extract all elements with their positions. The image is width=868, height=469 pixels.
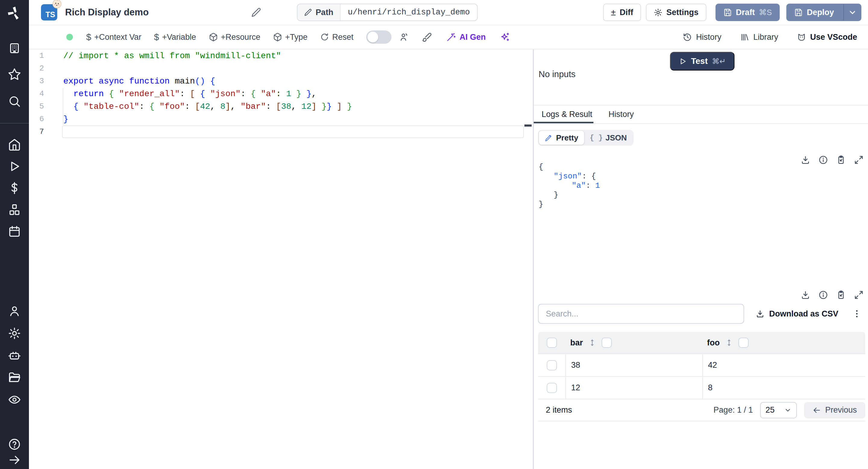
expand-icon[interactable] [854, 290, 864, 300]
braces-icon: { } [590, 134, 603, 142]
user-icon[interactable] [8, 305, 21, 318]
page-size-select[interactable]: 25 [760, 402, 797, 418]
add-variable-button[interactable]: $ +Variable [154, 32, 196, 42]
app-window: TS Rich Display demo Path u/henri/rich_d… [0, 0, 868, 469]
info-icon[interactable] [818, 155, 828, 165]
pretty-view-button[interactable]: Pretty [539, 131, 584, 145]
library-icon [740, 33, 749, 42]
gear-icon[interactable] [8, 327, 21, 340]
add-type-button[interactable]: +Type [273, 33, 307, 42]
eye-icon[interactable] [8, 393, 21, 406]
add-context-var-button[interactable]: $ +Context Var [86, 32, 141, 42]
edit-summary-pencil-icon[interactable] [251, 7, 261, 18]
select-all-cell [538, 338, 565, 348]
column-header-foo[interactable]: foo [702, 338, 865, 348]
format-brush-icon[interactable] [422, 32, 432, 42]
collaborators-icon[interactable] [399, 32, 410, 42]
sort-icon[interactable] [588, 339, 596, 347]
expand-icon[interactable] [854, 155, 864, 165]
code-line[interactable]: } [63, 113, 524, 125]
line-number: 6 [29, 113, 63, 125]
ai-gen-button[interactable]: AI Gen [446, 32, 486, 42]
table-header-row: bar foo [538, 332, 865, 353]
test-button[interactable]: Test ⌘↵ [670, 52, 735, 70]
top-header: TS Rich Display demo Path u/henri/rich_d… [29, 0, 868, 25]
dollar-icon[interactable] [8, 182, 21, 195]
line-number: 7 [29, 125, 63, 138]
json-view-button[interactable]: { } JSON [584, 133, 632, 143]
add-resource-button[interactable]: +Resource [209, 33, 260, 42]
home-icon[interactable] [8, 138, 21, 151]
result-tabs: Logs & Result History [534, 105, 868, 124]
editor-toolbar: $ +Context Var $ +Variable +Resource +Ty… [29, 25, 868, 50]
sort-icon[interactable] [725, 339, 733, 347]
checkbox[interactable] [547, 383, 557, 393]
page-indicator: Page: 1 / 1 [713, 405, 753, 415]
table-cell: 12 [565, 377, 702, 399]
draft-button[interactable]: Draft ⌘S [715, 4, 780, 21]
column-header-bar[interactable]: bar [565, 338, 702, 348]
dollar-icon: $ [154, 32, 159, 42]
arrow-right-icon[interactable] [8, 453, 21, 467]
search-icon[interactable] [8, 95, 21, 108]
code-line[interactable] [63, 62, 524, 75]
copy-clipboard-icon[interactable] [836, 290, 846, 300]
settings-button[interactable]: Settings [646, 4, 707, 21]
code-line[interactable]: return { "render_all": [ { "json": { "a"… [63, 87, 524, 100]
folder-icon[interactable] [8, 371, 21, 384]
code-line[interactable]: // import * as wmill from "windmill-clie… [63, 50, 524, 62]
code-line[interactable]: export async function main() { [63, 75, 524, 87]
result-table: bar foo 3842128 2 items Page: 1 / 1 25 [538, 332, 865, 421]
table-footer: 2 items Page: 1 / 1 25 Previous [538, 399, 865, 421]
calendar-icon[interactable] [8, 225, 21, 238]
table-row[interactable]: 3842 [538, 353, 865, 376]
multiplayer-toggle[interactable] [366, 30, 392, 44]
previous-page-button[interactable]: Previous [804, 402, 865, 418]
library-button[interactable]: Library [740, 33, 778, 42]
windmill-logo-icon[interactable] [7, 6, 22, 21]
info-icon[interactable] [818, 290, 828, 300]
deploy-button[interactable]: Deploy [786, 4, 861, 21]
checkbox[interactable] [547, 360, 557, 370]
path-chip[interactable]: Path u/henri/rich_display_demo [297, 4, 478, 21]
checkbox[interactable] [547, 338, 557, 348]
cubes-icon[interactable] [8, 203, 21, 216]
play-icon [679, 57, 687, 65]
code-editor[interactable]: 1234567 // import * as wmill from "windm… [29, 50, 533, 469]
use-vscode-button[interactable]: Use VScode [797, 33, 857, 42]
help-icon[interactable] [8, 438, 21, 451]
checkbox[interactable] [738, 338, 749, 348]
download-csv-button[interactable]: Download as CSV [755, 306, 838, 321]
typescript-badge: TS [41, 4, 57, 21]
play-icon[interactable] [8, 160, 21, 173]
download-icon[interactable] [801, 290, 810, 300]
diff-button[interactable]: ± Diff [603, 4, 641, 21]
test-shortcut: ⌘↵ [712, 57, 726, 66]
clock-history-icon [683, 33, 692, 42]
table-menu-kebab-icon[interactable] [850, 306, 864, 321]
code-line[interactable] [63, 125, 524, 138]
deploy-dropdown-chevron[interactable] [843, 4, 861, 21]
robot-icon[interactable] [8, 349, 21, 362]
ai-sparkles-icon[interactable] [500, 32, 510, 42]
buildings-icon[interactable] [8, 41, 21, 55]
tab-bottom-border [534, 123, 868, 124]
tab-logs-result[interactable]: Logs & Result [541, 110, 592, 119]
row-checkbox-cell [538, 354, 565, 376]
star-icon[interactable] [8, 67, 21, 81]
history-button[interactable]: History [683, 33, 721, 42]
pen-nib-icon [545, 134, 553, 142]
tab-history[interactable]: History [609, 110, 634, 119]
reset-button[interactable]: Reset [320, 33, 353, 42]
line-number: 3 [29, 75, 63, 87]
checkbox[interactable] [601, 338, 612, 348]
copy-clipboard-icon[interactable] [836, 155, 846, 165]
dollar-icon: $ [86, 32, 91, 42]
code-line[interactable]: { "table-col": { "foo": [42, 8], "bar": … [63, 100, 524, 113]
table-search-input[interactable] [538, 304, 744, 324]
table-row[interactable]: 128 [538, 376, 865, 399]
path-chip-label[interactable]: Path [298, 4, 341, 21]
table-cell: 42 [702, 354, 865, 376]
row-checkbox-cell [538, 377, 565, 399]
download-icon[interactable] [801, 155, 810, 165]
